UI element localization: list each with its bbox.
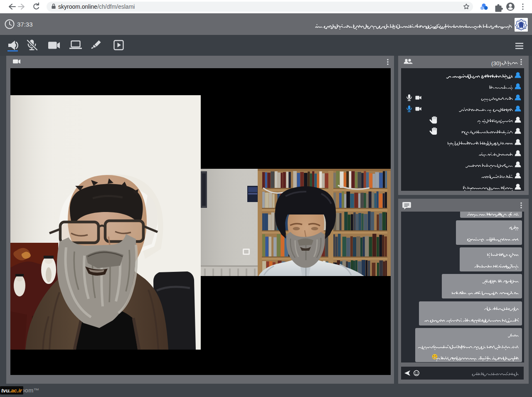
svg-text:(30): (30) [491, 60, 501, 67]
